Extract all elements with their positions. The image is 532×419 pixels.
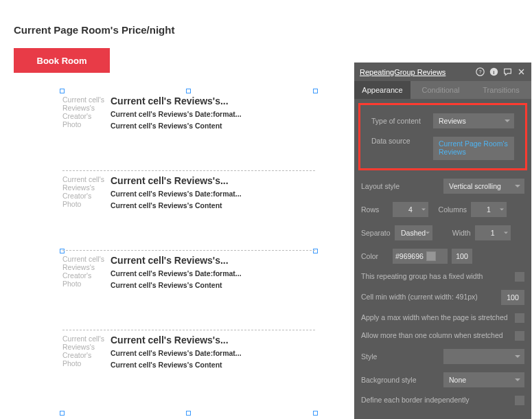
bg-label: Background style bbox=[361, 376, 439, 384]
highlighted-section: Type of content Reviews Data source Curr… bbox=[358, 103, 527, 170]
rg-cell: Current cell's Reviews's Creator's Photo… bbox=[62, 251, 315, 330]
rows-label: Rows bbox=[361, 205, 389, 214]
selection-handle[interactable] bbox=[60, 411, 65, 416]
close-icon[interactable] bbox=[516, 67, 526, 77]
chevron-down-icon bbox=[426, 232, 430, 234]
rows-input[interactable]: 4 bbox=[393, 202, 428, 217]
width-label: Width bbox=[437, 229, 471, 237]
help-icon[interactable]: ? bbox=[475, 67, 485, 77]
chevron-down-icon bbox=[515, 185, 520, 188]
fixed-width-checkbox[interactable] bbox=[515, 272, 524, 282]
svg-text:?: ? bbox=[478, 69, 481, 75]
color-swatch[interactable] bbox=[426, 251, 436, 261]
editor-canvas: Current Page Room's Price/night Book Roo… bbox=[0, 0, 371, 419]
type-dropdown[interactable]: Reviews bbox=[433, 113, 514, 128]
photo-placeholder: Current cell's Reviews's Creator's Photo bbox=[62, 95, 111, 128]
border-label: Define each border independently bbox=[361, 396, 470, 405]
style-dropdown[interactable] bbox=[443, 349, 524, 364]
columns-input[interactable]: 1 bbox=[471, 202, 507, 217]
opacity-input[interactable]: 100 bbox=[452, 249, 472, 264]
rg-cell: Current cell's Reviews's Creator's Photo… bbox=[62, 330, 315, 410]
cell-min-width-label: Cell min width (current width: 491px) bbox=[361, 293, 478, 302]
book-room-button[interactable]: Book Room bbox=[14, 48, 110, 73]
max-width-checkbox[interactable] bbox=[515, 313, 524, 323]
property-editor-panel: RepeatingGroup Reviews ? i Appearance Co… bbox=[354, 63, 531, 419]
rg-cell: Current cell's Reviews's Creator's Photo… bbox=[62, 91, 315, 171]
layout-label: Layout style bbox=[361, 182, 439, 190]
chevron-down-icon bbox=[515, 355, 520, 358]
tab-transitions[interactable]: Transitions bbox=[471, 81, 531, 99]
color-label: Color bbox=[361, 252, 389, 260]
color-input[interactable]: #969696 bbox=[393, 249, 448, 264]
chevron-down-icon bbox=[504, 232, 508, 234]
chevron-down-icon bbox=[500, 209, 504, 211]
bg-dropdown[interactable]: None bbox=[443, 372, 524, 387]
type-label: Type of content bbox=[371, 117, 429, 125]
width-input[interactable]: 1 bbox=[475, 225, 511, 240]
panel-title[interactable]: RepeatingGroup Reviews bbox=[360, 68, 475, 76]
svg-text:i: i bbox=[493, 69, 494, 76]
chevron-down-icon bbox=[421, 209, 426, 211]
separator-dropdown[interactable]: Dashed bbox=[395, 225, 432, 240]
photo-placeholder: Current cell's Reviews's Creator's Photo bbox=[62, 255, 111, 288]
panel-header[interactable]: RepeatingGroup Reviews ? i bbox=[354, 63, 531, 81]
comment-icon[interactable] bbox=[502, 67, 512, 77]
border-checkbox[interactable] bbox=[515, 396, 524, 405]
rg-cell: Current cell's Reviews's Creator's Photo… bbox=[62, 171, 315, 251]
style-label: Style bbox=[361, 352, 439, 361]
source-dropdown[interactable]: Current Page Room's Reviews bbox=[433, 137, 514, 160]
page-title: Current Page Room's Price/night bbox=[14, 24, 174, 36]
fixed-width-label: This repeating group has a fixed width bbox=[361, 272, 483, 282]
cell-min-width-input[interactable]: 100 bbox=[501, 290, 524, 305]
info-icon[interactable]: i bbox=[489, 67, 498, 77]
source-label: Data source bbox=[371, 137, 429, 145]
more-col-label: Allow more than one column when stretche… bbox=[361, 331, 503, 341]
chevron-down-icon bbox=[505, 120, 510, 122]
repeating-group-reviews[interactable]: Current cell's Reviews's Creator's Photo… bbox=[62, 91, 316, 411]
photo-placeholder: Current cell's Reviews's Creator's Photo bbox=[62, 175, 111, 208]
tab-conditional[interactable]: Conditional bbox=[410, 81, 471, 99]
more-col-checkbox[interactable] bbox=[515, 331, 524, 341]
max-width-label: Apply a max width when the page is stret… bbox=[361, 313, 508, 323]
layout-dropdown[interactable]: Vertical scrolling bbox=[443, 179, 524, 194]
selection-handle[interactable] bbox=[186, 411, 191, 416]
chevron-down-icon bbox=[515, 378, 520, 381]
selection-handle[interactable] bbox=[313, 411, 318, 416]
separator-label: Separato bbox=[361, 229, 391, 237]
photo-placeholder: Current cell's Reviews's Creator's Photo bbox=[62, 335, 111, 367]
columns-label: Columns bbox=[432, 205, 467, 214]
tab-appearance[interactable]: Appearance bbox=[354, 81, 410, 99]
